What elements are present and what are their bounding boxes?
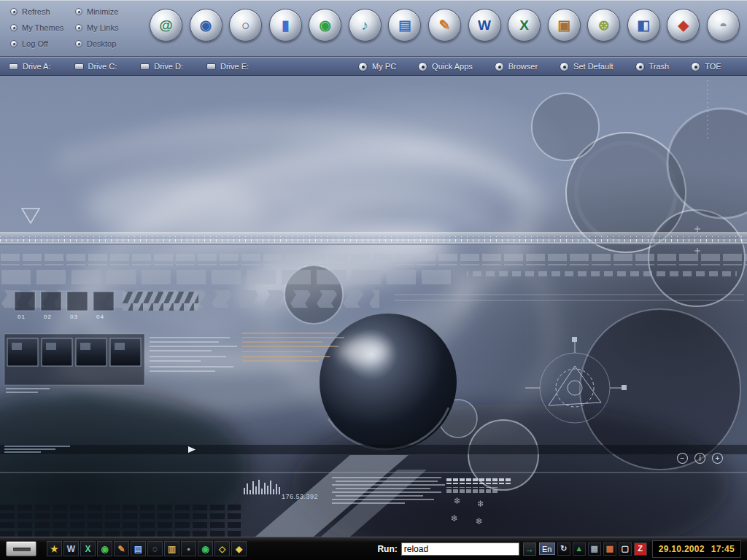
toolbox-launcher-button[interactable]: ◆ bbox=[667, 9, 700, 42]
frame-marker-04: 04 bbox=[96, 314, 104, 320]
package-launcher-button[interactable]: ▣ bbox=[548, 9, 581, 42]
bullet-icon bbox=[358, 62, 368, 71]
start-button[interactable] bbox=[6, 541, 36, 556]
eye-icon: ◉ bbox=[319, 18, 331, 32]
bullet-icon bbox=[418, 62, 427, 71]
excel-launcher-button[interactable]: X bbox=[508, 9, 541, 42]
wallpaper-art bbox=[0, 76, 747, 537]
quicklaunch-excel-button[interactable]: X bbox=[80, 541, 96, 556]
folder-launcher-button[interactable]: ▤ bbox=[388, 9, 421, 42]
tray-colors-button[interactable]: ▩ bbox=[603, 542, 616, 556]
chrome-sphere bbox=[320, 314, 457, 451]
messenger-launcher-button[interactable]: ▮ bbox=[269, 9, 302, 42]
archive-icon: ▪ bbox=[187, 545, 190, 553]
language-indicator[interactable]: En bbox=[539, 542, 555, 555]
pitcher-launcher-button[interactable]: ◓ bbox=[707, 9, 740, 42]
desktop-wallpaper: 01 02 03 04 176.53.392 ❄ ❄ ❄ ❄ − i + bbox=[0, 76, 747, 537]
word-icon: W bbox=[67, 545, 75, 553]
drive-a-button[interactable]: Drive A: bbox=[9, 62, 51, 71]
drive-c-button[interactable]: Drive C: bbox=[74, 62, 117, 71]
run-go-button[interactable]: → bbox=[523, 542, 536, 556]
computer-launcher-button[interactable]: ◧ bbox=[627, 9, 660, 42]
tray-display-button[interactable]: ▦ bbox=[588, 542, 601, 556]
cd-icon: ◌ bbox=[152, 545, 158, 553]
quicklaunch-scanner-button[interactable]: ◉ bbox=[198, 541, 213, 556]
browser-button[interactable]: Browser bbox=[495, 62, 538, 71]
diamond-icon: ◇ bbox=[219, 545, 225, 553]
drive-toolbar: Drive A: Drive C: Drive D: Drive E: My P… bbox=[0, 57, 747, 76]
snowflake-icon: ❄ bbox=[477, 499, 484, 509]
bullet-icon bbox=[75, 24, 82, 31]
bullet-icon bbox=[691, 62, 700, 71]
tray-z-button[interactable]: Z bbox=[634, 542, 647, 556]
drive-e-label: Drive E: bbox=[220, 62, 249, 71]
mail-launcher-button[interactable]: @ bbox=[150, 9, 182, 42]
folder-icon: ▤ bbox=[398, 18, 411, 32]
trash-button[interactable]: Trash bbox=[635, 62, 670, 71]
quick-apps-label: Quick Apps bbox=[432, 62, 473, 71]
quicklaunch-cd-button[interactable]: ◌ bbox=[147, 541, 163, 556]
internet-launcher-button[interactable]: ◉ bbox=[190, 9, 222, 42]
my-links-label: My Links bbox=[87, 23, 118, 32]
music-note-icon: ♪ bbox=[362, 18, 369, 32]
run-label: Run: bbox=[377, 544, 397, 554]
browser-label: Browser bbox=[508, 62, 538, 71]
my-themes-link[interactable]: My Themes bbox=[10, 23, 75, 32]
quick-apps-button[interactable]: Quick Apps bbox=[418, 62, 473, 71]
trash-label: Trash bbox=[649, 62, 670, 71]
clock-date: 29.10.2002 bbox=[659, 544, 705, 554]
quicklaunch-viewer-button[interactable]: ◉ bbox=[97, 541, 112, 556]
search-icon: ○ bbox=[241, 18, 249, 32]
refresh-link[interactable]: Refresh bbox=[10, 7, 75, 16]
run-input[interactable] bbox=[401, 542, 519, 556]
desktop-link[interactable]: Desktop bbox=[75, 39, 140, 48]
floppy-drive-icon bbox=[9, 63, 18, 70]
minimize-link[interactable]: Minimize bbox=[75, 7, 140, 16]
snowflake-icon: ❄ bbox=[476, 516, 483, 526]
clock-panel[interactable]: 29.10.2002 17:45 bbox=[652, 540, 741, 558]
log-off-label: Log Off bbox=[22, 39, 48, 48]
taskbar: ★ W X ◉ ✎ ▤ ◌ ▥ ▪ ◉ ◇ ◆ Run: → En ↻ ▲ ▦ … bbox=[0, 537, 747, 560]
log-off-link[interactable]: Log Off bbox=[10, 39, 75, 48]
word-launcher-button[interactable]: W bbox=[468, 9, 501, 42]
quicklaunch-reader-button[interactable]: ▥ bbox=[164, 541, 179, 556]
quicklaunch-editor-button[interactable]: ✎ bbox=[114, 541, 129, 556]
quick-launch-bar: ★ W X ◉ ✎ ▤ ◌ ▥ ▪ ◉ ◇ ◆ bbox=[47, 541, 247, 556]
paint-launcher-button[interactable]: ✎ bbox=[428, 9, 461, 42]
settings-launcher-button[interactable]: ⊛ bbox=[587, 9, 620, 42]
set-default-button[interactable]: Set Default bbox=[560, 62, 613, 71]
my-pc-label: My PC bbox=[372, 62, 396, 71]
viewer-launcher-button[interactable]: ◉ bbox=[309, 9, 341, 42]
my-pc-button[interactable]: My PC bbox=[358, 62, 396, 71]
hard-drive-icon bbox=[74, 63, 84, 70]
quicklaunch-draw-button[interactable]: ◇ bbox=[214, 541, 230, 556]
quicklaunch-utility-button[interactable]: ◆ bbox=[231, 541, 247, 556]
desktop-label: Desktop bbox=[87, 39, 116, 48]
tray-up-button[interactable]: ▲ bbox=[573, 542, 586, 556]
toe-button[interactable]: TOE bbox=[691, 62, 721, 71]
drive-e-button[interactable]: Drive E: bbox=[206, 62, 249, 71]
quicklaunch-word-button[interactable]: W bbox=[63, 541, 79, 556]
package-icon: ▣ bbox=[557, 18, 570, 32]
gear-icon: ⊛ bbox=[598, 18, 610, 32]
quicklaunch-archive-button[interactable]: ▪ bbox=[181, 541, 196, 556]
gem-icon: ◆ bbox=[236, 545, 242, 553]
tray-tasks-button[interactable]: ▢ bbox=[619, 542, 632, 556]
tray-sync-button[interactable]: ↻ bbox=[557, 542, 570, 556]
drive-buttons: Drive A: Drive C: Drive D: Drive E: bbox=[9, 62, 249, 71]
snowflake-icon: ❄ bbox=[451, 513, 458, 524]
bullet-icon bbox=[10, 24, 18, 31]
sync-icon: ↻ bbox=[560, 545, 567, 553]
search-launcher-button[interactable]: ○ bbox=[229, 9, 262, 42]
media-launcher-button[interactable]: ♪ bbox=[349, 9, 382, 42]
my-links-link[interactable]: My Links bbox=[75, 23, 140, 32]
eye-icon: ◉ bbox=[201, 545, 209, 553]
quicklaunch-media-button[interactable]: ★ bbox=[47, 541, 62, 556]
quicklaunch-notes-button[interactable]: ▤ bbox=[131, 541, 146, 556]
drive-d-button[interactable]: Drive D: bbox=[140, 62, 183, 71]
bullet-icon bbox=[75, 40, 82, 47]
top-toolbar: Refresh Minimize My Themes My Links Log … bbox=[0, 0, 747, 57]
bullet-icon bbox=[10, 40, 18, 47]
launcher-row: @ ◉ ○ ▮ ◉ ♪ ▤ ✎ W X ▣ ⊛ ◧ ◆ ◓ bbox=[150, 7, 740, 43]
book-icon: ▥ bbox=[168, 545, 176, 553]
